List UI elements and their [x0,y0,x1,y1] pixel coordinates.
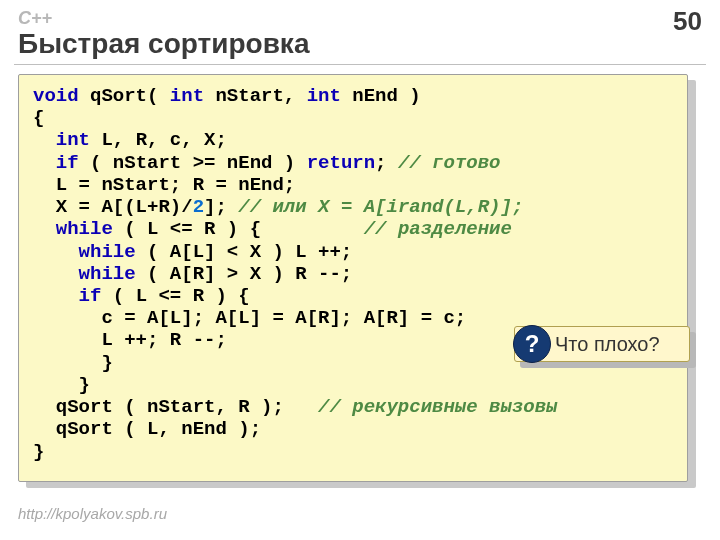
code-text: qSort ( nStart, R ); [33,396,318,418]
page-number: 50 [673,6,702,37]
code-keyword: int [307,85,341,107]
code-keyword: void [33,85,79,107]
code-text: } [33,352,113,374]
code-keyword: int [170,85,204,107]
code-text: ( nStart >= nEnd ) [79,152,307,174]
code-text [33,263,79,285]
code-text: ( A[R] > X ) R --; [136,263,353,285]
code-text: ; [375,152,398,174]
code-block: void qSort( int nStart, int nEnd ) { int… [18,74,688,482]
code-comment: // или X = A[irand(L,R)]; [238,196,523,218]
code-keyword: return [307,152,375,174]
code-number: 2 [193,196,204,218]
divider [14,64,706,65]
code-text: ( L <= R ) { [113,218,364,240]
code-text: } [33,441,44,463]
code-text: ( A[L] < X ) L ++; [136,241,353,263]
slide-title: Быстрая сортировка [18,28,309,60]
code-text: c = A[L]; A[L] = A[R]; A[R] = c; [33,307,466,329]
footer-url: http://kpolyakov.spb.ru [18,505,167,522]
question-icon: ? [513,325,551,363]
code-comment: // разделение [364,218,512,240]
code-text: } [33,374,90,396]
code-text: ]; [204,196,238,218]
code-text: { [33,107,44,129]
code-text [33,152,56,174]
code-keyword: while [79,263,136,285]
code-text: L = nStart; R = nEnd; [33,174,295,196]
callout: ? Что плохо? [514,326,690,362]
slide: C++ 50 Быстрая сортировка void qSort( in… [0,0,720,540]
code-text [33,241,79,263]
code-keyword: while [79,241,136,263]
code-keyword: while [56,218,113,240]
code-text: L, R, c, X; [90,129,227,151]
language-label: C++ [18,8,52,29]
code-keyword: if [56,152,79,174]
code-text: ( L <= R ) { [101,285,249,307]
code-text: L ++; R --; [33,329,227,351]
code-text: qSort( [79,85,170,107]
code-text [33,129,56,151]
code-text: nStart, [204,85,307,107]
code-text [33,285,79,307]
code-text: nEnd ) [341,85,421,107]
code-keyword: int [56,129,90,151]
callout-text: Что плохо? [555,333,660,356]
code-text [33,218,56,240]
code-text: qSort ( L, nEnd ); [33,418,261,440]
code-text: X = A[(L+R)/ [33,196,193,218]
code-comment: // рекурсивные вызовы [318,396,557,418]
code-keyword: if [79,285,102,307]
code-comment: // готово [398,152,501,174]
